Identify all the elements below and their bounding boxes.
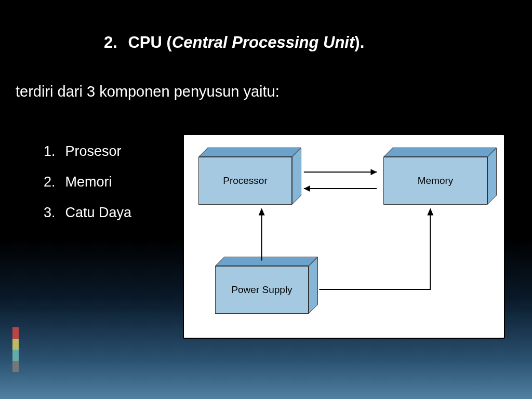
box-side-face: [309, 257, 318, 314]
diagram-panel: Processor Memory Power Supply: [183, 134, 505, 339]
list-item-number: 1.: [44, 143, 61, 159]
list-item: 3. Catu Daya: [44, 205, 131, 221]
title-fullname: Central Processing Unit: [172, 33, 354, 51]
component-list: 1. Prosesor 2. Memori 3. Catu Daya: [44, 143, 131, 235]
svg-marker-5: [259, 208, 265, 216]
diagram-box-power: Power Supply: [215, 257, 319, 314]
box-top-face: [383, 148, 497, 157]
list-item-label: Catu Daya: [65, 205, 132, 220]
accent-bar-icon: [12, 327, 19, 372]
subtitle-text: terdiri dari 3 komponen penyusun yaitu:: [16, 83, 280, 100]
box-label: Memory: [418, 175, 454, 187]
list-item-label: Memori: [65, 174, 112, 190]
list-item-number: 3.: [44, 205, 61, 221]
list-item: 2. Memori: [44, 174, 131, 190]
diagram-box-processor: Processor: [198, 148, 302, 205]
box-front-face: Memory: [383, 157, 487, 205]
svg-marker-3: [304, 185, 310, 192]
title-number: 2.: [104, 33, 117, 51]
title-close-paren: ).: [354, 33, 364, 51]
box-side-face: [487, 148, 497, 205]
slide: 2. CPU (Central Processing Unit). terdir…: [0, 0, 532, 399]
box-side-face: [292, 148, 301, 205]
box-label: Processor: [223, 175, 268, 187]
list-item-number: 2.: [44, 174, 61, 190]
title-abbr: CPU: [128, 33, 162, 51]
box-front-face: Power Supply: [215, 266, 309, 314]
list-item-label: Prosesor: [65, 143, 122, 159]
box-top-face: [198, 148, 301, 157]
box-front-face: Processor: [198, 157, 292, 205]
title-open-paren: (: [167, 33, 172, 51]
box-label: Power Supply: [231, 284, 292, 296]
diagram-box-memory: Memory: [383, 148, 487, 205]
svg-marker-6: [427, 208, 433, 216]
svg-marker-1: [370, 169, 377, 175]
slide-title: 2. CPU (Central Processing Unit).: [104, 33, 364, 52]
list-item: 1. Prosesor: [44, 143, 131, 159]
box-top-face: [215, 257, 318, 266]
